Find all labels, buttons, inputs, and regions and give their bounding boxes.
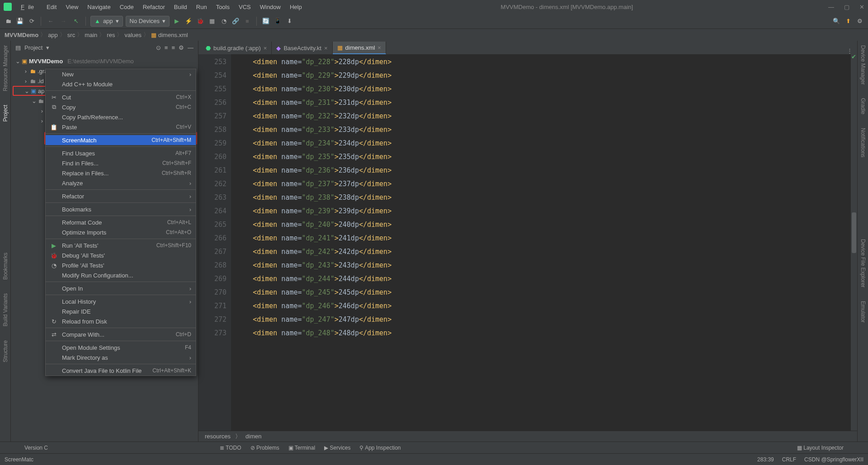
editor-tab[interactable]: ⬣build.gradle (:app)×	[201, 42, 272, 54]
crumb[interactable]: app	[48, 32, 58, 38]
apply-changes-icon[interactable]: ⚡	[184, 17, 193, 26]
attach-icon[interactable]: 🔗	[231, 17, 240, 26]
chevron-down-icon[interactable]: ▾	[46, 44, 49, 51]
menu-item[interactable]: ◔Profile 'All Tests'	[46, 260, 196, 270]
tool-project[interactable]: Project	[2, 105, 9, 122]
tool-layout-inspector[interactable]: ▦ Layout Inspector	[797, 445, 844, 451]
menu-item[interactable]: Modify Run Configuration...	[46, 270, 196, 280]
menu-item[interactable]: ⧉CopyCtrl+C	[46, 102, 196, 112]
tool-device-file-explorer[interactable]: Device File Explorer	[860, 239, 866, 287]
menu-item[interactable]: Mark Directory as›	[46, 352, 196, 362]
run-config-combo[interactable]: ▲ app ▾	[90, 16, 123, 27]
menu-run[interactable]: Run	[193, 2, 211, 12]
tool-emulator[interactable]: Emulator	[860, 301, 866, 323]
crumb[interactable]: src	[67, 32, 75, 38]
chevron-right-icon[interactable]: ›	[40, 108, 44, 114]
line-separator[interactable]: CRLF	[782, 456, 796, 463]
collapse-all-icon[interactable]: ≡	[171, 44, 175, 51]
menu-item[interactable]: Reformat CodeCtrl+Alt+L	[46, 217, 196, 227]
crumb[interactable]: res	[107, 32, 115, 38]
close-tab-icon[interactable]: ×	[264, 45, 267, 52]
menu-edit[interactable]: Edit	[43, 2, 60, 12]
editor-scrollbar[interactable]	[851, 54, 857, 431]
menu-window[interactable]: Window	[256, 2, 284, 12]
tool-terminal[interactable]: ▣ Terminal	[288, 445, 315, 451]
open-icon[interactable]: 🖿	[4, 17, 13, 26]
back-icon[interactable]: ←	[46, 16, 56, 26]
menu-item[interactable]: Repair IDE	[46, 306, 196, 316]
stop-icon[interactable]: ■	[243, 17, 252, 26]
crumb[interactable]: ▦ dimens.xml	[151, 32, 188, 38]
menu-vcs[interactable]: VCS	[235, 2, 255, 12]
run-icon[interactable]: ▶	[172, 17, 181, 26]
menu-item[interactable]: Copy Path/Reference...	[46, 112, 196, 122]
close-tab-icon[interactable]: ×	[377, 44, 381, 51]
expand-all-icon[interactable]: ≡	[165, 44, 168, 51]
search-icon[interactable]: 🔍	[832, 17, 841, 26]
menu-item[interactable]: Add C++ to Module	[46, 79, 196, 89]
updates-icon[interactable]: ⬆	[844, 17, 853, 26]
tool-services[interactable]: ▶ Services	[324, 445, 350, 451]
save-all-icon[interactable]: 💾	[15, 17, 24, 26]
tool-todo[interactable]: ≣ TODO	[220, 445, 241, 451]
crumb[interactable]: resources	[205, 433, 231, 440]
tool-notifications[interactable]: Notifications	[860, 128, 866, 157]
menu-item[interactable]: Replace in Files...Ctrl+Shift+R	[46, 168, 196, 178]
project-view-label[interactable]: Project	[24, 44, 42, 51]
menu-code[interactable]: Code	[116, 2, 137, 12]
menu-item[interactable]: ⇄Compare With...Ctrl+D	[46, 329, 196, 339]
settings-icon[interactable]: ⚙	[855, 17, 864, 26]
chevron-right-icon[interactable]: ›	[40, 117, 44, 124]
tool-gradle[interactable]: Gradle	[860, 98, 866, 114]
tool-problems[interactable]: ⊘ Problems	[250, 445, 279, 451]
menu-item[interactable]: Optimize ImportsCtrl+Alt+O	[46, 227, 196, 237]
forward-icon[interactable]: →	[58, 16, 68, 26]
tool-bookmarks[interactable]: Bookmarks	[2, 253, 9, 280]
menu-item[interactable]: Find in Files...Ctrl+Shift+F	[46, 158, 196, 168]
chevron-right-icon[interactable]: ›	[24, 78, 28, 85]
code-content[interactable]: <dimen name="dp_228">228dp</dimen> <dime…	[231, 54, 851, 431]
gear-icon[interactable]: ⚙	[179, 44, 184, 51]
device-combo[interactable]: No Devices ▾	[126, 16, 170, 27]
tool-version-control[interactable]: Version C	[24, 445, 48, 451]
tool-resource-manager[interactable]: Resource Manager	[2, 45, 9, 91]
profiler-icon[interactable]: ◔	[219, 17, 228, 26]
tool-app-inspection[interactable]: ⚲ App Inspection	[359, 445, 401, 451]
menu-item[interactable]: Convert Java File to Kotlin FileCtrl+Alt…	[46, 366, 196, 376]
menu-item[interactable]: 🐞Debug 'All Tests'	[46, 250, 196, 260]
menu-item[interactable]: Find UsagesAlt+F7	[46, 148, 196, 158]
close-tab-icon[interactable]: ×	[324, 45, 328, 52]
crumb[interactable]: values	[124, 32, 142, 38]
menu-item[interactable]: Local History›	[46, 296, 196, 306]
menu-navigate[interactable]: Navigate	[84, 2, 114, 12]
sync-gradle-icon[interactable]: 🔄	[261, 17, 270, 26]
hide-icon[interactable]: —	[188, 44, 193, 51]
chevron-down-icon[interactable]: ⌄	[24, 88, 29, 94]
sync-icon[interactable]: ⟳	[27, 17, 36, 26]
menu-item[interactable]: Refactor›	[46, 191, 196, 201]
editor-tab[interactable]: ▦dimens.xml×	[333, 42, 386, 54]
minimize-icon[interactable]: —	[828, 4, 834, 10]
menu-item[interactable]: Open Module SettingsF4	[46, 343, 196, 352]
sdk-icon[interactable]: ⬇	[285, 17, 294, 26]
crumb[interactable]: MVVMDemo	[5, 32, 38, 38]
nav-up-icon[interactable]: ↖	[71, 16, 81, 26]
scroll-thumb[interactable]	[852, 212, 856, 253]
avd-icon[interactable]: 📱	[273, 17, 282, 26]
menu-item[interactable]: ScreenMatchCtrl+Alt+Shift+M	[46, 135, 196, 145]
chevron-right-icon[interactable]: ›	[24, 68, 28, 75]
menu-item[interactable]: ↻Reload from Disk	[46, 316, 196, 326]
menu-item[interactable]: 📋PasteCtrl+V	[46, 122, 196, 132]
close-icon[interactable]: ✕	[859, 4, 864, 10]
select-opened-icon[interactable]: ⊙	[156, 44, 161, 51]
tree-root[interactable]: ⌄ ▣ MVVMDemo E:\testdemo\MVVMDemo	[11, 56, 198, 66]
menu-item[interactable]: Open In›	[46, 283, 196, 293]
chevron-down-icon[interactable]: ⌄	[15, 58, 20, 65]
tool-device-manager[interactable]: Device Manager	[860, 45, 866, 85]
menu-item[interactable]: ✂CutCtrl+X	[46, 92, 196, 102]
menu-refactor[interactable]: Refactor	[139, 2, 169, 12]
menu-item[interactable]: New›	[46, 69, 196, 79]
menu-item[interactable]: Analyze›	[46, 178, 196, 188]
menu-item[interactable]: ▶Run 'All Tests'Ctrl+Shift+F10	[46, 240, 196, 250]
crumb[interactable]: dimen	[245, 433, 261, 440]
